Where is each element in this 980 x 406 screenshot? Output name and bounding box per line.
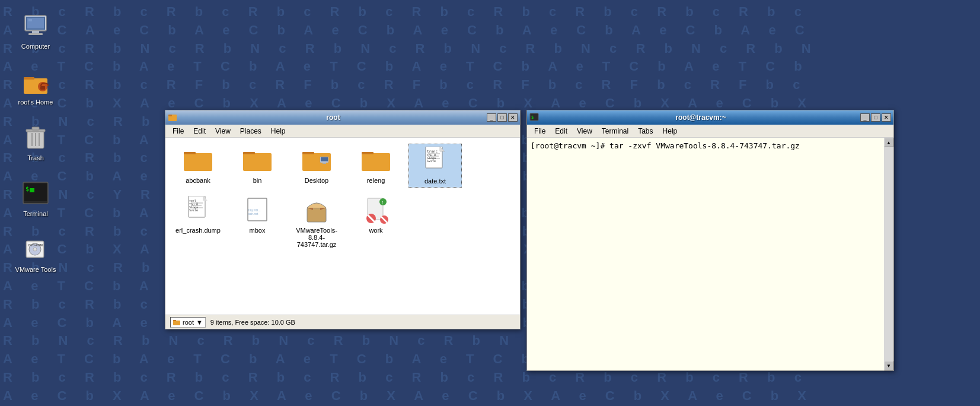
terminal-titlebar[interactable]: $ root@tracvm:~ _ □ ✕ [527,110,893,125]
script-icon-work: ↑ [362,196,390,224]
terminal-desktop-icon[interactable]: $ Terminal [12,179,59,217]
svg-rect-12 [32,127,39,130]
file-label-erl-crash: erl_crash.dump [175,227,221,234]
file-label-bin: bin [253,177,262,184]
computer-icon-img [21,12,50,40]
svg-text:$: $ [25,186,29,192]
file-item-desktop[interactable]: Desktop [290,144,343,188]
location-text: root [183,319,194,326]
archive-icon-vmware [302,196,331,224]
svg-rect-2 [32,31,39,33]
svg-text:sdn.net: sdn.net [248,212,258,215]
svg-text:↑: ↑ [381,199,384,205]
terminal-scrollbar[interactable]: ▲ ▼ [884,138,893,370]
scroll-down-button[interactable]: ▼ [884,361,893,370]
svg-rect-26 [168,115,172,116]
terminal-label: Terminal [23,210,48,217]
svg-text:DVD-ROM: DVD-ROM [28,243,43,247]
home-icon-img [21,68,50,96]
file-item-date-txt[interactable]: tranc Thu 0 Sloga Svste date.txt [408,144,462,188]
svg-rect-32 [302,152,314,154]
file-item-work[interactable]: ↑ work [349,194,403,250]
svg-text:Svste: Svste [427,159,436,163]
folder-icon-desktop [302,146,331,175]
terminal-menu-terminal[interactable]: Terminal [597,126,633,137]
file-manager-window: root _ □ ✕ File Edit View Places Help ab… [165,110,521,329]
svg-rect-35 [323,163,326,164]
file-item-bin[interactable]: bin [231,144,284,188]
trash-icon-img [21,123,50,152]
file-manager-menubar: File Edit View Places Help [165,125,520,138]
menu-help[interactable]: Help [266,126,291,137]
file-icon-mbox: http://bl... sdn.net [243,196,272,224]
terminal-menu-edit[interactable]: Edit [550,126,572,137]
file-manager-statusbar: root ▼ 9 items, Free space: 10.0 GB [165,315,520,329]
svg-rect-5 [28,19,32,21]
terminal-icon-img: $ [21,179,50,208]
svg-rect-19 [30,188,34,192]
folder-icon-abcbank [184,146,212,175]
file-item-erl-crash[interactable]: =erl_ Thu 0 Sloga Svste erl_crash.dump [171,194,225,250]
svg-text:$: $ [531,115,534,120]
text-icon-date: tranc Thu 0 Sloga Svste [421,147,449,175]
dvd-icon-img: DVD-ROM [21,235,50,264]
menu-places[interactable]: Places [235,126,266,137]
file-item-releng[interactable]: releng [349,144,403,188]
menu-edit[interactable]: Edit [189,126,210,137]
vmware-tools-icon[interactable]: DVD-ROM VMware Tools [12,235,59,273]
svg-point-23 [33,248,37,251]
location-box[interactable]: root ▼ [170,317,206,328]
terminal-minimize-button[interactable]: _ [860,113,870,122]
terminal-content[interactable]: [root@tracvm ~]# tar -zxvf VMwareTools-8… [527,138,893,370]
menu-file[interactable]: File [168,126,189,137]
svg-text:tranc: tranc [427,149,438,153]
minimize-button[interactable]: _ [487,113,496,122]
computer-icon[interactable]: Computer [12,12,59,50]
terminal-maximize-button[interactable]: □ [871,113,880,122]
computer-label: Computer [21,43,50,50]
desktop-icons: Computer root's Home [12,12,59,273]
svg-rect-29 [243,153,272,171]
file-manager-title: root [180,113,487,122]
vmware-tools-label: VMware Tools [15,266,56,273]
terminal-menu-view[interactable]: View [572,126,597,137]
scroll-track [884,147,893,361]
file-item-abcbank[interactable]: abcbank [171,144,225,188]
file-item-mbox[interactable]: http://bl... sdn.net mbox [231,194,284,250]
roots-home-icon[interactable]: root's Home [12,68,59,106]
terminal-menubar: File Edit View Terminal Tabs Help [527,125,893,138]
scroll-up-button[interactable]: ▲ [884,138,893,147]
file-label-date-txt: date.txt [424,177,446,185]
terminal-menu-tabs[interactable]: Tabs [633,126,657,137]
window-controls: _ □ ✕ [487,113,518,122]
location-arrow: ▼ [196,319,203,326]
svg-text:Svste: Svste [189,208,198,212]
svg-rect-34 [321,157,328,161]
svg-rect-30 [243,152,255,154]
terminal-close-button[interactable]: ✕ [882,113,891,122]
file-item-vmware-archive[interactable]: VMwareTools-8.8.4-743747.tar.gz [290,194,343,250]
svg-rect-28 [184,152,196,154]
trash-icon[interactable]: Trash [12,123,59,161]
svg-rect-7 [24,77,34,80]
file-content-area: abcbank bin [165,138,520,315]
status-text: 9 items, Free space: 10.0 GB [210,319,295,326]
folder-icon-bin [243,146,272,175]
terminal-window: $ root@tracvm:~ _ □ ✕ File Edit View Ter… [526,110,894,371]
terminal-menu-help[interactable]: Help [658,126,682,137]
menu-view[interactable]: View [210,126,235,137]
svg-rect-36 [362,153,390,171]
file-label-mbox: mbox [250,227,266,234]
terminal-window-controls: _ □ ✕ [860,113,891,122]
folder-icon-releng [362,146,390,175]
file-manager-titlebar[interactable]: root _ □ ✕ [165,110,520,125]
svg-rect-37 [362,152,374,154]
file-label-vmware-archive: VMwareTools-8.8.4-743747.tar.gz [292,227,341,248]
close-button[interactable]: ✕ [508,113,518,122]
file-label-abcbank: abcbank [186,177,210,184]
svg-rect-72 [173,321,180,325]
text-icon-erl: =erl_ Thu 0 Sloga Svste [184,196,212,224]
terminal-title: root@tracvm:~ [541,113,860,122]
maximize-button[interactable]: □ [497,113,507,122]
terminal-menu-file[interactable]: File [529,126,550,137]
